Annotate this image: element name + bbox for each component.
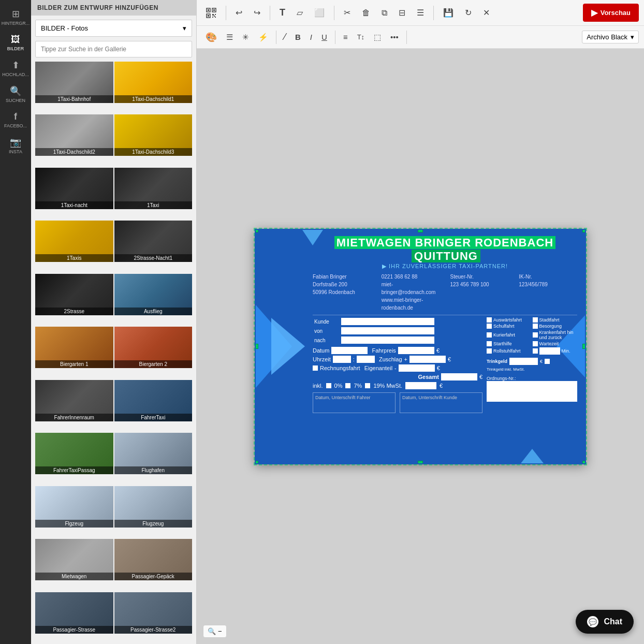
text-button[interactable]: T — [275, 4, 289, 21]
qr-button[interactable] — [202, 5, 221, 21]
auswartsfahrt-cb[interactable] — [487, 317, 492, 323]
list-item[interactable]: Passagier-Gepäck — [114, 539, 193, 580]
mwst-19-checkbox[interactable] — [365, 383, 370, 388]
mwst-7-checkbox[interactable] — [345, 383, 350, 388]
sidebar-item-hintergrund[interactable]: ⊞ HINTERGR... — [0, 5, 31, 29]
von-field[interactable] — [341, 327, 434, 334]
min-field[interactable] — [539, 347, 560, 355]
nach-field[interactable] — [341, 336, 434, 344]
kurierfahrt-cb[interactable] — [487, 332, 492, 338]
sidebar-item-suchen[interactable]: 🔍 SUCHEN — [0, 82, 31, 106]
list-item[interactable]: Flughafen — [114, 433, 193, 474]
sidebar-item-bilder[interactable]: 🖼 BILDER — [0, 31, 31, 54]
list-item[interactable]: Passagier-Strasse2 — [114, 592, 193, 634]
selection-handle-ml[interactable] — [255, 344, 258, 349]
align-button[interactable]: ☰ — [223, 30, 237, 45]
zoom-control[interactable]: 🔍 − — [203, 625, 227, 638]
cut-button[interactable]: ✂ — [340, 5, 355, 21]
gallery-search-input[interactable] — [35, 41, 192, 57]
preview-button[interactable]: ▶ Vorschau — [583, 4, 639, 22]
wartezeit-cb[interactable] — [533, 341, 538, 346]
delete-button[interactable]: 🗑 — [358, 5, 374, 21]
trinkgeld-inkl-cb[interactable] — [545, 359, 550, 364]
undo-button[interactable]: ↩ — [231, 5, 246, 21]
rollstuhlfahrt-cb[interactable] — [487, 348, 492, 354]
mwst-0-checkbox[interactable] — [326, 383, 331, 388]
redo-button[interactable]: ↪ — [250, 5, 265, 21]
main-area: ↩ ↪ T ▱ ⬜ ✂ 🗑 ⧉ ⊟ ☰ 💾 ↻ ✕ ▶ Vorschau 🎨 ☰… — [197, 0, 644, 644]
refresh-button[interactable]: ↻ — [461, 5, 476, 21]
frame-button[interactable]: ⬜ — [310, 5, 329, 21]
ordnungs-field[interactable] — [487, 381, 577, 402]
mwst-field[interactable] — [405, 382, 436, 389]
sidebar-item-hochladen[interactable]: ⬆ HOCHLAD... — [0, 56, 31, 80]
image-category-dropdown[interactable]: BILDER - Fotos ▾ — [35, 20, 192, 37]
datum-field[interactable] — [331, 347, 368, 354]
selection-handle-bl[interactable] — [255, 461, 258, 464]
list-item[interactable]: Passagier-Strasse — [35, 592, 113, 634]
selection-handle-tl[interactable] — [255, 229, 258, 232]
besorgung-cb[interactable] — [533, 324, 538, 329]
list-item[interactable]: 2Strasse-Nacht1 — [114, 221, 193, 262]
list-item[interactable]: FahrerTaxiPassag — [35, 433, 113, 474]
stroke-button[interactable]: ∕ — [281, 29, 289, 45]
selection-handle-mr[interactable] — [582, 344, 586, 349]
bold-button[interactable]: B — [291, 30, 304, 44]
list-item[interactable]: FahrerTaxi — [114, 380, 193, 421]
list-item[interactable]: 1Taxi-Dachschild1 — [114, 62, 193, 103]
list-item[interactable]: FahrerInnenraum — [35, 380, 113, 421]
list-item[interactable]: Flgzeug — [35, 486, 113, 528]
sidebar-item-instagram[interactable]: 📷 INSTA — [0, 134, 31, 157]
list-item[interactable]: 1Taxi-nacht — [35, 168, 113, 209]
selection-handle-tm[interactable] — [418, 229, 423, 232]
selection-handle-br[interactable] — [582, 461, 586, 464]
text-align-button[interactable]: ≡ — [340, 30, 352, 44]
selection-handle-tr[interactable] — [582, 229, 586, 232]
fahrpreis-field[interactable] — [398, 347, 434, 354]
min-cb[interactable] — [533, 348, 538, 354]
lightning-button[interactable]: ⚡ — [255, 30, 272, 45]
italic-button[interactable]: I — [306, 30, 316, 44]
save-button[interactable]: 💾 — [439, 5, 458, 21]
underline-button[interactable]: U — [318, 30, 331, 44]
list-item[interactable]: 2Strasse — [35, 274, 113, 315]
copy-button[interactable]: ⧉ — [377, 5, 391, 21]
list-item[interactable]: 1Taxi-Dachschild3 — [114, 114, 193, 156]
layers-button[interactable]: ☰ — [413, 5, 428, 21]
eigenanteil-field[interactable] — [399, 364, 435, 372]
list-item[interactable]: 1Taxis — [35, 221, 113, 262]
uhrzeit-field1[interactable] — [333, 356, 351, 363]
list-item[interactable]: 1Taxi-Dachschild2 — [35, 114, 113, 156]
sidebar-item-facebook[interactable]: f FACEBO... — [0, 108, 31, 131]
color-button[interactable]: 🎨 — [202, 29, 221, 46]
effects-button[interactable]: ✳ — [239, 30, 253, 45]
krankenfahrt-cb[interactable] — [533, 332, 538, 338]
trinkgeld-field[interactable] — [509, 358, 538, 365]
more-button[interactable]: ••• — [387, 30, 402, 44]
list-item[interactable]: Biergarten 1 — [35, 327, 113, 368]
rechnungsfahrt-checkbox[interactable] — [313, 365, 318, 371]
selection-handle-bm[interactable] — [418, 461, 423, 464]
close-button[interactable]: ✕ — [479, 5, 494, 21]
gesamt-field[interactable] — [441, 373, 477, 380]
list-item[interactable]: 1Taxi-Bahnhof — [35, 62, 113, 103]
arrange-button[interactable]: ⊟ — [394, 5, 409, 21]
shape-button[interactable]: ▱ — [292, 5, 307, 21]
list-item[interactable]: Biergarten 2 — [114, 327, 193, 368]
text-box-button[interactable]: ⬚ — [370, 30, 385, 45]
uhrzeit-field2[interactable] — [357, 356, 375, 363]
stadtfahrt-cb[interactable] — [533, 317, 538, 323]
list-item[interactable]: 1Taxi — [114, 168, 193, 209]
text-size-button[interactable]: T↕ — [354, 31, 368, 43]
starthilfe-cb[interactable] — [487, 341, 492, 346]
zoom-minus[interactable]: − — [218, 627, 222, 635]
font-selector[interactable]: Archivo Black ▾ — [582, 31, 639, 43]
schulfahrt-cb[interactable] — [487, 324, 492, 329]
kunde-field[interactable] — [341, 318, 434, 325]
zuschlag-field[interactable] — [409, 356, 446, 363]
list-item[interactable]: Mietwagen — [35, 539, 113, 580]
list-item[interactable]: Flugzeug — [114, 486, 193, 528]
canvas-area[interactable]: MIETWAGEN BRINGER RODENBACH QUITTUNG IHR… — [197, 49, 644, 644]
chat-widget[interactable]: 💬 Chat — [576, 610, 634, 634]
list-item[interactable]: Ausflieg — [114, 274, 193, 315]
